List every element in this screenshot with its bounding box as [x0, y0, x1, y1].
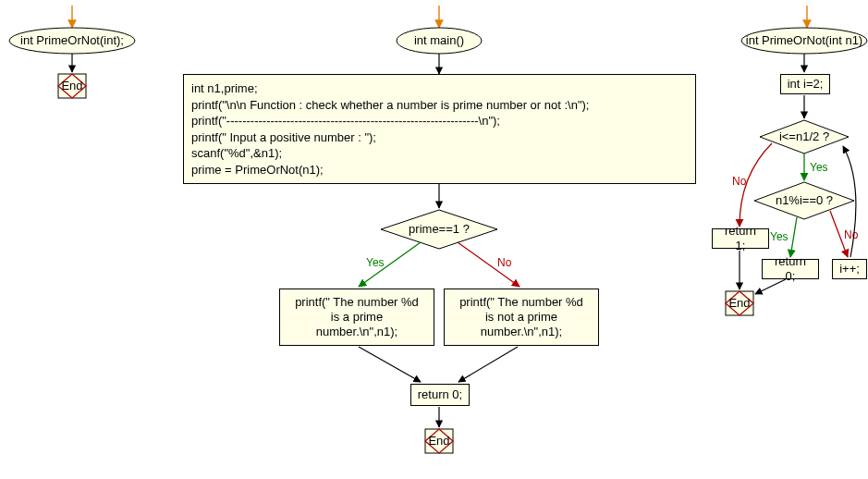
left-head-text: int PrimeOrNot(int);: [20, 33, 124, 47]
left-end-node: End: [58, 74, 86, 98]
mid-return-box: return 0;: [410, 384, 470, 406]
mid-head-text: int main(): [414, 33, 464, 47]
right-cond2-yes-label: Yes: [770, 230, 789, 243]
right-cond1-text: i<=n1/2 ?: [779, 129, 829, 143]
right-cond2-no-label: No: [844, 228, 859, 241]
mid-end-node: End: [425, 429, 453, 453]
mid-code-l3: printf("--------------------------------…: [191, 113, 688, 129]
mid-yes-to-return: [359, 347, 421, 382]
mid-no-label: No: [497, 256, 512, 269]
right-end-node: End: [726, 291, 753, 315]
mid-code-l2: printf("\n\n Function : check whether a …: [191, 97, 688, 114]
mid-no-box: printf(" The number %d is not a prime nu…: [444, 289, 599, 346]
mid-yes-label: Yes: [366, 256, 385, 269]
right-end-label: End: [728, 296, 750, 310]
left-end-label: End: [61, 79, 82, 92]
right-ret1-box: return 1;: [712, 228, 769, 249]
mid-no-to-return: [458, 347, 518, 382]
mid-code-l5: scanf("%d",&n1);: [191, 145, 688, 162]
mid-code-l6: prime = PrimeOrNot(n1);: [191, 162, 688, 178]
right-cond1-no-label: No: [732, 175, 747, 188]
right-ret0-box: return 0;: [762, 259, 819, 279]
right-head-text: int PrimeOrNot(int n1): [746, 33, 862, 47]
right-cond1-yes-label: Yes: [810, 161, 828, 174]
mid-cond-text: prime==1 ?: [409, 222, 470, 236]
right-init-box: int i=2;: [780, 74, 830, 94]
mid-code-l4: printf(" Input a positive number : ");: [191, 129, 688, 146]
mid-code-l1: int n1,prime;: [191, 80, 688, 97]
mid-end-label: End: [428, 434, 449, 448]
right-inc-box: i++;: [832, 259, 867, 279]
mid-yes-box: printf(" The number %d is a prime number…: [279, 289, 434, 346]
right-cond2-text: n1%i==0 ?: [776, 193, 833, 207]
mid-code-box: int n1,prime; printf("\n\n Function : ch…: [183, 74, 696, 184]
right-cond2-yes-edge: [790, 217, 797, 257]
